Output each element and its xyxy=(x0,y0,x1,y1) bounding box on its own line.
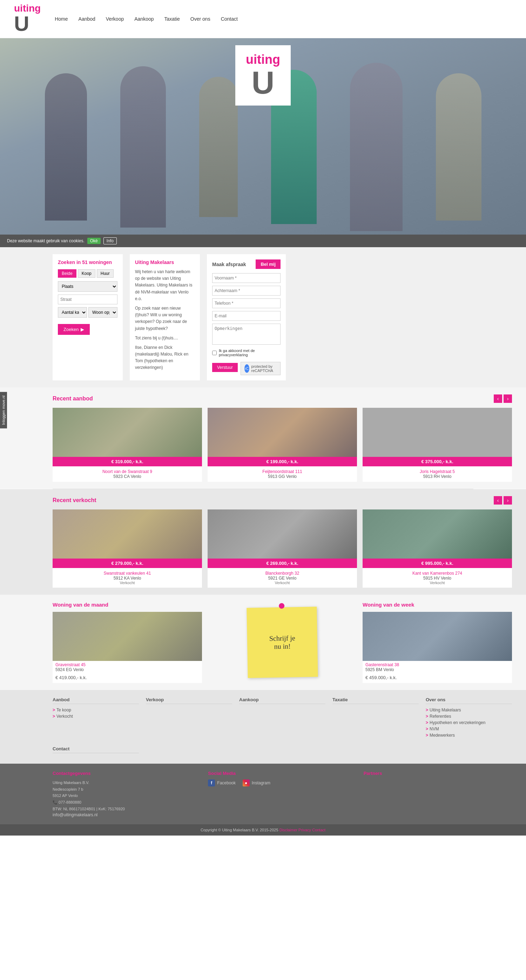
footer-link-verkocht[interactable]: Verkocht xyxy=(53,714,139,719)
sold-property-info-1: Swanstraat vankeulen 41 5912 KA Venlo Ve… xyxy=(53,568,202,588)
search-box: Zoeken in 51 woningen Beide Koop Huur Pl… xyxy=(53,254,123,380)
featured-section: Woning van de maand Gravenstraat 45 5924… xyxy=(0,595,526,690)
search-tab-huur[interactable]: Huur xyxy=(97,269,114,278)
footer-partners: Partners xyxy=(363,771,512,817)
search-form-section: Zoeken in 51 woningen Beide Koop Huur Pl… xyxy=(0,247,526,387)
property-address-3: Joris Hagelstraat 5 xyxy=(365,469,509,474)
footer-col-over-ons-title: Over ons xyxy=(426,697,512,704)
firstname-input[interactable] xyxy=(212,273,281,283)
woning-week-price: € 459.000,- k.k. xyxy=(363,675,512,683)
submit-button[interactable]: Verstuur xyxy=(212,363,238,372)
footer-col-taxatie: Taxatie xyxy=(332,697,419,739)
footer-link-nvm[interactable]: NVM xyxy=(426,727,512,732)
search-area-select[interactable]: Woon opp. xyxy=(88,307,118,318)
bel-mij-button[interactable]: Bel mij xyxy=(256,259,281,269)
aanbod-prev-button[interactable]: ‹ xyxy=(494,395,502,403)
footer-col-aankoop: Aankoop xyxy=(239,697,325,739)
woning-week-image xyxy=(363,612,512,661)
footer-link-uiting-makelaars[interactable]: Uiting Makelaars xyxy=(426,708,512,713)
footer-email-link[interactable]: info@uitingmakelaars.nl xyxy=(53,812,97,817)
schrijf-pin xyxy=(279,603,284,609)
schrijf-col: Schrijf jenu in! xyxy=(207,602,357,683)
aanbod-next-button[interactable]: › xyxy=(504,395,512,403)
sold-property-city-3: 5915 HV Venlo xyxy=(365,576,509,581)
recent-verkocht-title-row: Recent verkocht ‹ › xyxy=(53,496,512,504)
privacy-label: Ik ga akkoord met de privacyverklaring xyxy=(219,348,281,357)
nav-home[interactable]: Home xyxy=(55,16,68,22)
sold-property-image-2[interactable] xyxy=(207,509,357,558)
login-label: Inloggen move.nl xyxy=(2,396,6,425)
footer-link-hypotheken[interactable]: Hypotheken en verzekeringen xyxy=(426,720,512,725)
appointment-header: Maak afspraak Bel mij xyxy=(212,259,281,269)
sold-property-address-2: Blanckenborgh 32 xyxy=(210,571,354,576)
remarks-textarea[interactable] xyxy=(212,324,281,345)
cookie-info-button[interactable]: Info xyxy=(104,237,117,244)
property-image-2[interactable] xyxy=(207,408,357,457)
nav-aankoop[interactable]: Aankoop xyxy=(134,16,154,22)
lastname-input[interactable] xyxy=(212,286,281,296)
contact-link[interactable]: Contact xyxy=(312,828,325,832)
search-rooms-select[interactable]: Aantal kamers xyxy=(58,307,87,318)
facebook-link[interactable]: f Facebook xyxy=(208,780,236,786)
privacy-checkbox[interactable] xyxy=(212,351,217,355)
recent-aanbod-section: Recent aanbod ‹ › € 319.000,- k.k. Noort… xyxy=(0,387,526,489)
sold-property-address-1: Swanstraat vankeulen 41 xyxy=(56,571,199,576)
verkocht-next-button[interactable]: › xyxy=(504,496,512,504)
verkocht-prev-button[interactable]: ‹ xyxy=(494,496,502,504)
nav-verkoop[interactable]: Verkoop xyxy=(106,16,124,22)
woning-maand-price: € 419.000,- k.k. xyxy=(53,675,202,683)
woning-maand-card[interactable]: Gravenstraat 45 5924 EG Venlo € 419.000,… xyxy=(53,612,202,683)
search-tab-koop[interactable]: Koop xyxy=(78,269,96,278)
nav-over-ons[interactable]: Over ons xyxy=(190,16,210,22)
login-side-tab[interactable]: Inloggen move.nl xyxy=(0,392,7,428)
about-text-4: Ilse, Dianne en Dick (makelaardij) Malou… xyxy=(135,344,194,371)
footer-link-referenties[interactable]: Referenties xyxy=(426,714,512,719)
property-info-2: Feijtenoordstraat 111 5913 GG Venlo xyxy=(207,466,357,482)
aanbod-nav: ‹ › xyxy=(494,395,512,403)
search-place-select[interactable]: Plaats xyxy=(58,281,118,292)
woning-maand-image xyxy=(53,612,202,661)
person-silhouette-5 xyxy=(350,63,403,231)
instagram-label: Instagram xyxy=(252,781,270,785)
search-button-label: Zoeken xyxy=(64,327,78,332)
instagram-link[interactable]: ● Instagram xyxy=(243,780,270,786)
verkocht-nav: ‹ › xyxy=(494,496,512,504)
footer-link-te-koop[interactable]: Te koop xyxy=(53,708,139,713)
sold-property-address-3: Kant van Kamerenbos 274 xyxy=(365,571,509,576)
cookie-ok-button[interactable]: Okè xyxy=(87,238,100,244)
woning-week-card[interactable]: Gasterenstraat 38 5925 BM Venlo € 459.00… xyxy=(363,612,512,683)
search-street-input[interactable] xyxy=(58,294,118,304)
property-image-1[interactable] xyxy=(53,408,202,457)
recent-aanbod-title-row: Recent aanbod ‹ › xyxy=(53,395,512,403)
schrijf-box[interactable]: Schrijf jenu in! xyxy=(247,606,318,678)
hero-section: uiting U xyxy=(0,38,526,235)
nav-aanbod[interactable]: Aanbod xyxy=(78,16,96,22)
search-title: Zoeken in 51 woningen xyxy=(58,259,118,265)
logo[interactable]: uiting U xyxy=(14,3,41,34)
recent-aanbod-title: Recent aanbod xyxy=(53,396,93,402)
search-button[interactable]: Zoeken ▶ xyxy=(58,324,90,335)
sold-property-image-3[interactable] xyxy=(363,509,512,558)
sold-property-status-3: Verkocht xyxy=(365,581,509,585)
woning-week-city: 5925 BM Venlo xyxy=(363,667,512,672)
sold-property-image-1[interactable] xyxy=(53,509,202,558)
about-text-1: Wij heten u van harte welkom op de websi… xyxy=(135,269,194,302)
search-tab-beide[interactable]: Beide xyxy=(58,269,77,278)
property-city-1: 5923 CA Venlo xyxy=(56,474,199,479)
footer-city: 5912 AP Venlo xyxy=(53,792,201,799)
table-row: € 269.000,- k.k. Blanckenborgh 32 5921 G… xyxy=(207,509,357,588)
footer-col-verkoop: Verkoop xyxy=(146,697,232,739)
disclaimer-link[interactable]: Disclaimer xyxy=(279,828,297,832)
nav-taxatie[interactable]: Taxatie xyxy=(164,16,180,22)
privacy-link[interactable]: Privacy xyxy=(298,828,311,832)
footer-phone: 📞 077-8880880 xyxy=(53,799,201,806)
property-image-3[interactable] xyxy=(363,408,512,457)
property-info-3: Joris Hagelstraat 5 5913 RH Venlo xyxy=(363,466,512,482)
phone-icon: 📞 xyxy=(53,800,57,804)
phone-input[interactable] xyxy=(212,298,281,308)
email-input[interactable] xyxy=(212,311,281,321)
nav-contact[interactable]: Contact xyxy=(221,16,238,22)
aanbod-grid: € 319.000,- k.k. Noort van de Swanstraat… xyxy=(53,408,512,482)
footer-partners-title: Partners xyxy=(363,771,512,776)
footer-link-medewerkers[interactable]: Medewerkers xyxy=(426,733,512,738)
